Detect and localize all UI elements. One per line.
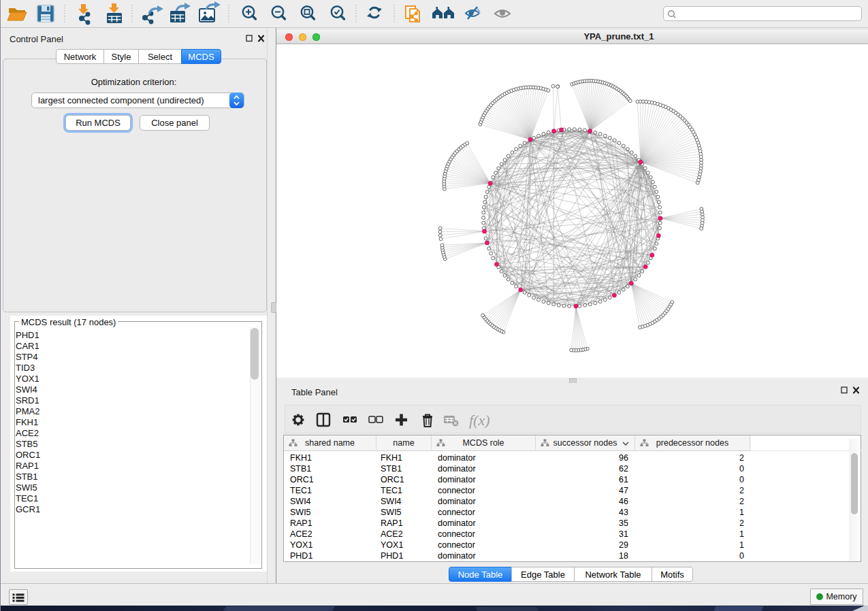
svg-text:f(x): f(x)	[469, 412, 490, 429]
